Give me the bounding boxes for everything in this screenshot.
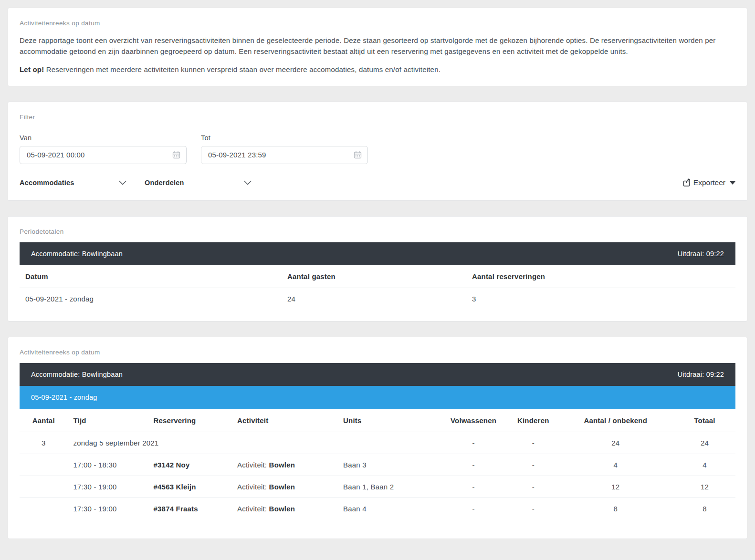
kinderen-cell: - bbox=[509, 498, 557, 519]
reservering-label: #3874 Fraats bbox=[154, 505, 198, 513]
volwassenen-cell: - bbox=[438, 476, 509, 498]
kinderen-cell: - bbox=[509, 476, 557, 498]
activity-series-panel: Activiteitenreeks op datum Accommodatie:… bbox=[8, 337, 747, 539]
export-button[interactable]: Exporteer bbox=[683, 178, 735, 187]
column-header-aantal-gasten: Aantal gasten bbox=[282, 265, 466, 288]
units-cell: Baan 1, Baan 2 bbox=[337, 476, 438, 498]
accommodation-bar: Accommodatie: Bowlingbaan Uitdraai: 09:2… bbox=[20, 242, 735, 265]
filter-secondary-row: Accommodaties Onderdelen Exporteer bbox=[20, 176, 735, 189]
printout-time: Uitdraai: 09:22 bbox=[678, 371, 724, 378]
tijd-cell: 17:30 - 19:00 bbox=[68, 498, 148, 519]
activiteit-cell: Activiteit: Bowlen bbox=[231, 498, 337, 519]
activiteit-cell bbox=[231, 432, 337, 454]
reservering-label: #3142 Noy bbox=[154, 461, 190, 469]
to-date-input-wrapper bbox=[201, 146, 368, 164]
aantal-cell bbox=[20, 476, 68, 498]
column-header-aantal-onbekend: Aantal / onbekend bbox=[557, 409, 674, 432]
reservering-label: #4563 Kleijn bbox=[154, 483, 196, 491]
report-page: { "colors": { "page_background": "#ecece… bbox=[0, 0, 755, 560]
activiteit-cell: Activiteit: Bowlen bbox=[231, 476, 337, 498]
calendar-icon[interactable] bbox=[172, 151, 180, 159]
table-row: 05-09-2021 - zondag 24 3 bbox=[20, 288, 735, 310]
volwassenen-cell: - bbox=[438, 498, 509, 519]
totaal-cell: 12 bbox=[674, 476, 735, 498]
column-header-volwassenen: Volwassenen bbox=[438, 409, 509, 432]
activiteit-name: Bowlen bbox=[269, 483, 295, 491]
aantal-onbekend-cell: 8 bbox=[557, 498, 674, 519]
to-date-label: Tot bbox=[201, 134, 368, 142]
intro-note: Let op! Reserveringen met meerdere activ… bbox=[20, 65, 735, 73]
units-cell: Baan 3 bbox=[337, 454, 438, 476]
column-header-units: Units bbox=[337, 409, 438, 432]
reservering-cell: #3874 Fraats bbox=[148, 498, 232, 519]
intro-note-text: Reserveringen met meerdere activiteiten … bbox=[44, 65, 440, 73]
table-row: 17:00 - 18:30 #3142 Noy Activiteit: Bowl… bbox=[20, 454, 735, 476]
from-date-field: Van bbox=[20, 134, 187, 164]
kinderen-cell: - bbox=[509, 432, 557, 454]
date-group-label: 05-09-2021 - zondag bbox=[31, 394, 97, 401]
tijd-cell: 17:30 - 19:00 bbox=[68, 476, 148, 498]
chevron-down-icon bbox=[244, 180, 252, 185]
filter-panel-title: Filter bbox=[20, 114, 735, 121]
to-date-input[interactable] bbox=[207, 150, 350, 159]
datum-cell: 05-09-2021 - zondag bbox=[20, 288, 282, 310]
units-cell bbox=[337, 432, 438, 454]
totaal-cell: 4 bbox=[674, 454, 735, 476]
aantal-onbekend-cell: 4 bbox=[557, 454, 674, 476]
intro-note-emphasis: Let op! bbox=[20, 65, 44, 73]
date-group-bar: 05-09-2021 - zondag bbox=[20, 386, 735, 409]
column-header-reservering: Reservering bbox=[148, 409, 232, 432]
onderdelen-dropdown-label: Onderdelen bbox=[145, 179, 184, 187]
column-header-datum: Datum bbox=[20, 265, 282, 288]
calendar-icon[interactable] bbox=[354, 151, 362, 159]
intro-panel-title: Activiteitenreeks op datum bbox=[20, 20, 735, 27]
column-header-aantal-reserveringen: Aantal reserveringen bbox=[466, 265, 735, 288]
volwassenen-cell: - bbox=[438, 432, 509, 454]
activiteit-name: Bowlen bbox=[269, 461, 295, 469]
table-row-day-total: 3 zondag 5 september 2021 - - 24 24 bbox=[20, 432, 735, 454]
intro-paragraph: Deze rapportage toont een overzicht van … bbox=[20, 35, 735, 57]
totaal-cell: 8 bbox=[674, 498, 735, 519]
intro-panel: Activiteitenreeks op datum Deze rapporta… bbox=[8, 8, 747, 86]
export-icon bbox=[683, 178, 691, 187]
aantal-cell bbox=[20, 454, 68, 476]
accommodaties-dropdown-label: Accommodaties bbox=[20, 179, 74, 187]
onderdelen-dropdown[interactable]: Onderdelen bbox=[145, 179, 252, 187]
column-header-activiteit: Activiteit bbox=[231, 409, 337, 432]
aantal-cell: 3 bbox=[20, 432, 68, 454]
activiteit-name: Bowlen bbox=[269, 505, 295, 513]
table-row: 17:30 - 19:00 #3874 Fraats Activiteit: B… bbox=[20, 498, 735, 519]
export-button-label: Exporteer bbox=[693, 178, 725, 187]
kinderen-cell: - bbox=[509, 454, 557, 476]
totaal-cell: 24 bbox=[674, 432, 735, 454]
aantal-cell bbox=[20, 498, 68, 519]
activity-series-header-row: Aantal Tijd Reservering Activiteit Units… bbox=[20, 409, 735, 432]
printout-time: Uitdraai: 09:22 bbox=[678, 250, 724, 258]
aantal-gasten-cell: 24 bbox=[282, 288, 466, 310]
column-header-totaal: Totaal bbox=[674, 409, 735, 432]
accommodation-bar: Accommodatie: Bowlingbaan Uitdraai: 09:2… bbox=[20, 363, 735, 386]
column-header-tijd: Tijd bbox=[68, 409, 148, 432]
to-date-field: Tot bbox=[201, 134, 368, 164]
activiteit-cell: Activiteit: Bowlen bbox=[231, 454, 337, 476]
reservering-cell: #3142 Noy bbox=[148, 454, 232, 476]
activity-series-title: Activiteitenreeks op datum bbox=[20, 349, 735, 356]
from-date-input-wrapper bbox=[20, 146, 187, 164]
tijd-cell: 17:00 - 18:30 bbox=[68, 454, 148, 476]
filter-date-fields: Van Tot bbox=[20, 134, 735, 164]
from-date-input[interactable] bbox=[26, 150, 168, 159]
reservering-cell: #4563 Kleijn bbox=[148, 476, 232, 498]
period-totals-panel: Periodetotalen Accommodatie: Bowlingbaan… bbox=[8, 216, 747, 321]
units-cell: Baan 4 bbox=[337, 498, 438, 519]
aantal-onbekend-cell: 24 bbox=[557, 432, 674, 454]
table-row: 17:30 - 19:00 #4563 Kleijn Activiteit: B… bbox=[20, 476, 735, 498]
accommodation-bar-label: Accommodatie: Bowlingbaan bbox=[31, 371, 123, 378]
accommodation-bar-label: Accommodatie: Bowlingbaan bbox=[31, 250, 123, 258]
tijd-cell: zondag 5 september 2021 bbox=[68, 432, 232, 454]
column-header-kinderen: Kinderen bbox=[509, 409, 557, 432]
aantal-reserveringen-cell: 3 bbox=[466, 288, 735, 310]
from-date-label: Van bbox=[20, 134, 187, 142]
accommodaties-dropdown[interactable]: Accommodaties bbox=[20, 179, 126, 187]
activity-series-table: Aantal Tijd Reservering Activiteit Units… bbox=[20, 409, 735, 519]
filter-panel: Filter Van bbox=[8, 102, 747, 201]
